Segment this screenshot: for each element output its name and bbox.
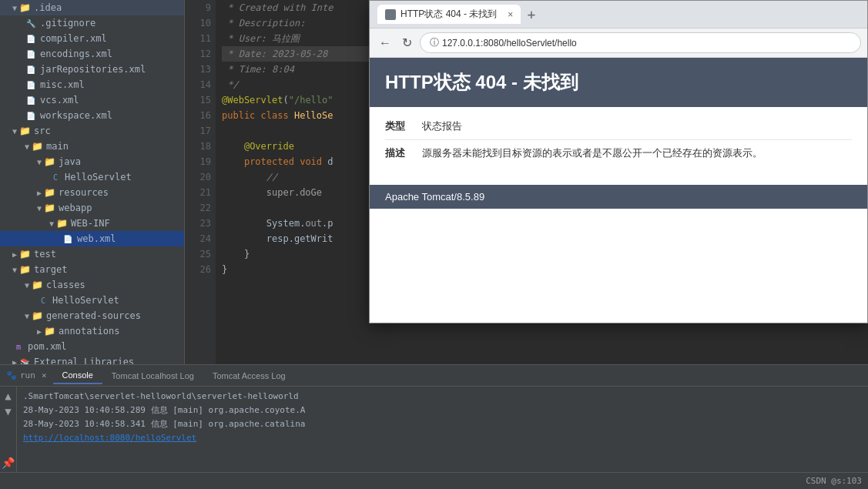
sidebar-item-src[interactable]: ▼ 📁 src (0, 123, 184, 139)
back-button[interactable]: ← (376, 35, 394, 52)
expand-arrow: ▶ (12, 358, 17, 365)
sidebar-item-workspace-xml[interactable]: 📄 workspace.xml (0, 108, 184, 123)
folder-icon: 📁 (18, 125, 31, 137)
status-bar: CSDN @s:103 (0, 472, 868, 489)
sidebar-item-helloservlet-class[interactable]: C HelloServlet (0, 293, 184, 308)
browser-nav-bar: ← ↻ ⓘ 127.0.0.1:8080/helloServlet/hello (370, 28, 867, 58)
sidebar-item-label: resources (59, 187, 109, 198)
sidebar-item-compiler-xml[interactable]: 📄 compiler.xml (0, 31, 184, 46)
sidebar-item-classes[interactable]: ▼ 📁 classes (0, 277, 184, 293)
xml-file-icon: 📄 (62, 233, 74, 245)
console-line: 28-May-2023 10:40:58.341 信息 [main] org.a… (23, 417, 862, 431)
line-numbers: 9 10 11 12 13 14 15 16 17 18 19 20 21 22… (185, 0, 216, 364)
sidebar-item-label: java (59, 156, 81, 167)
http-type-row: 类型 状态报告 (385, 119, 852, 140)
sidebar-item-main[interactable]: ▼ 📁 main (0, 139, 184, 154)
sidebar-item-label: generated-sources (46, 310, 141, 321)
sidebar-item-external-libraries[interactable]: ▶ 📚 External Libraries (0, 354, 184, 364)
sidebar-item-web-xml[interactable]: 📄 web.xml (0, 231, 184, 246)
folder-icon: 📁 (43, 186, 55, 199)
sidebar-item-gitignore[interactable]: 🔧 .gitignore (0, 15, 184, 31)
bottom-sidebar-icons: ▲ ▼ 📌 (0, 387, 17, 472)
sidebar-item-misc-xml[interactable]: 📄 misc.xml (0, 77, 184, 92)
folder-icon: 📁 (43, 325, 55, 337)
console-line: 28-May-2023 10:40:58.289 信息 [main] org.a… (23, 404, 862, 417)
folder-icon: 📁 (43, 156, 55, 168)
close-run-icon[interactable]: × (42, 370, 47, 380)
sidebar-item-resources[interactable]: ▶ 📁 resources (0, 185, 184, 200)
folder-icon: 📁 (31, 140, 43, 152)
sidebar-item-webapp[interactable]: ▼ 📁 webapp (0, 200, 184, 216)
sidebar-item-test[interactable]: ▶ 📁 test (0, 246, 184, 262)
xml-file-icon: 📄 (25, 48, 37, 60)
bottom-tab-bar: 🐾 run × Console Tomcat Localhost Log Tom… (0, 365, 868, 387)
sidebar-item-annotations[interactable]: ▶ 📁 annotations (0, 323, 184, 339)
sidebar-item-label: .idea (34, 2, 62, 13)
tab-tomcat-localhost[interactable]: Tomcat Localhost Log (102, 368, 203, 383)
sidebar-item-helloservlet[interactable]: C HelloServlet (0, 169, 184, 185)
expand-arrow: ▼ (25, 142, 29, 151)
browser-titlebar: HTTP状态 404 - 未找到 × + (370, 1, 867, 28)
sidebar-item-generated-sources[interactable]: ▼ 📁 generated-sources (0, 308, 184, 323)
sidebar-item-idea[interactable]: ▼ 📁 .idea (0, 0, 184, 15)
browser-new-tab-button[interactable]: + (527, 6, 535, 22)
browser-tab-favicon (385, 9, 396, 20)
folder-icon: 📁 (18, 248, 31, 260)
sidebar-item-label: vcs.xml (40, 95, 79, 106)
expand-arrow: ▶ (37, 327, 42, 336)
maven-icon: m (12, 340, 25, 353)
http-error-title: HTTP状态 404 - 未找到 (385, 70, 852, 95)
browser-close-icon[interactable]: × (508, 9, 513, 20)
console-line: http://localhost:8080/helloServlet (23, 431, 862, 445)
sidebar-item-pom-xml[interactable]: m pom.xml (0, 339, 184, 354)
sidebar-item-web-inf[interactable]: ▼ 📁 WEB-INF (0, 216, 184, 231)
expand-arrow: ▼ (12, 4, 17, 12)
tab-tomcat-access[interactable]: Tomcat Access Log (203, 368, 295, 383)
url-bar[interactable]: ⓘ 127.0.0.1:8080/helloServlet/hello (420, 32, 861, 53)
sidebar-item-label: misc.xml (40, 79, 85, 90)
browser-tab[interactable]: HTTP状态 404 - 未找到 × (377, 5, 521, 24)
tab-console[interactable]: Console (53, 367, 102, 384)
xml-file-icon: 📄 (25, 94, 37, 106)
folder-icon: 📁 (18, 2, 31, 14)
sidebar-item-label: webapp (59, 203, 92, 213)
sidebar-item-label: workspace.xml (40, 110, 112, 121)
sidebar-item-label: pom.xml (28, 341, 67, 352)
sidebar-item-label: encodings.xml (40, 49, 112, 59)
http-error-body: 类型 状态报告 描述 源服务器未能找到目标资源的表示或者是不愿公开一个已经存在的… (370, 107, 867, 185)
sidebar-item-label: HelloServlet (52, 295, 119, 306)
browser-window: HTTP状态 404 - 未找到 × + ← ↻ ⓘ 127.0.0.1:808… (369, 0, 868, 323)
pin-button[interactable]: 📌 (2, 457, 15, 469)
http-type-label: 类型 (385, 119, 416, 133)
editor-area: 9 10 11 12 13 14 15 16 17 18 19 20 21 22… (185, 0, 868, 364)
run-icon: 🐾 (6, 370, 17, 380)
file-tree: ▼ 📁 .idea 🔧 .gitignore 📄 compiler.xml 📄 … (0, 0, 185, 364)
xml-file-icon: 📄 (25, 79, 37, 91)
sidebar-item-encodings-xml[interactable]: 📄 encodings.xml (0, 46, 184, 62)
sidebar-item-vcs-xml[interactable]: 📄 vcs.xml (0, 92, 184, 108)
http-type-value: 状态报告 (422, 119, 462, 133)
sidebar-item-label: test (34, 249, 56, 260)
file-icon: 🔧 (25, 17, 37, 29)
sidebar-item-label: WEB-INF (71, 218, 110, 229)
scroll-down-button[interactable]: ▼ (5, 405, 11, 417)
sidebar-item-target[interactable]: ▼ 📁 target (0, 262, 184, 277)
folder-icon: 📁 (31, 279, 43, 291)
sidebar-item-java[interactable]: ▼ 📁 java (0, 154, 184, 169)
expand-arrow: ▶ (12, 250, 17, 259)
tomcat-version: Apache Tomcat/8.5.89 (385, 191, 484, 203)
sidebar-item-label: compiler.xml (40, 33, 107, 44)
sidebar-item-label: main (46, 141, 69, 152)
xml-file-icon: 📄 (25, 32, 37, 45)
scroll-up-button[interactable]: ▲ (5, 390, 11, 402)
localhost-link[interactable]: http://localhost:8080/helloServlet (23, 433, 196, 443)
http-error-title-bar: HTTP状态 404 - 未找到 (370, 58, 867, 107)
sidebar-item-jarrepositories-xml[interactable]: 📄 jarRepositories.xml (0, 62, 184, 77)
expand-arrow: ▼ (37, 158, 42, 166)
folder-icon: 📁 (18, 263, 31, 276)
folder-icon: 📁 (43, 202, 55, 214)
expand-arrow: ▼ (25, 281, 29, 290)
reload-button[interactable]: ↻ (399, 34, 415, 52)
http-footer: Apache Tomcat/8.5.89 (370, 185, 867, 209)
sidebar-item-label: annotations (59, 326, 119, 337)
